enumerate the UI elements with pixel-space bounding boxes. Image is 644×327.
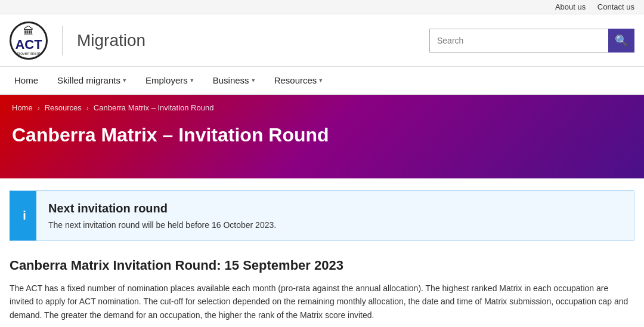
- breadcrumb-resources-link[interactable]: Resources: [45, 103, 82, 112]
- logo-act-text: ACT: [15, 38, 42, 51]
- nav-label-home: Home: [14, 75, 38, 85]
- section-title: Canberra Matrix Invitation Round: 15 Sep…: [10, 258, 634, 273]
- logo-divider: [62, 26, 63, 55]
- breadcrumb-current: Canberra Matrix – Invitation Round: [94, 103, 214, 112]
- info-icon: i: [13, 191, 36, 240]
- main-content: i Next invitation round The next invitat…: [0, 178, 644, 327]
- site-header: 🏛 ACT Government Migration 🔍: [0, 14, 644, 67]
- nav-label-skilled-migrants: Skilled migrants: [57, 75, 120, 85]
- logo-crest-icon: 🏛: [23, 26, 34, 38]
- nav-item-business: Business ▾: [203, 67, 265, 94]
- search-area: 🔍: [429, 29, 634, 53]
- nav-link-home[interactable]: Home: [5, 67, 48, 94]
- chevron-down-icon-business: ▾: [252, 76, 255, 84]
- nav-label-resources: Resources: [274, 75, 317, 85]
- logo-migration-text: Migration: [77, 31, 145, 50]
- nav-item-employers: Employers ▾: [136, 67, 203, 94]
- info-box-content: Next invitation round The next invitatio…: [36, 191, 288, 240]
- search-icon: 🔍: [615, 34, 628, 47]
- search-button[interactable]: 🔍: [608, 29, 634, 53]
- contact-us-link[interactable]: Contact us: [597, 2, 634, 11]
- section-body: The ACT has a fixed number of nomination…: [10, 282, 634, 322]
- breadcrumb-sep-2: ›: [86, 104, 89, 112]
- breadcrumb-sep-1: ›: [38, 104, 40, 112]
- nav-list: Home Skilled migrants ▾ Employers ▾ Busi…: [5, 67, 639, 94]
- info-box-title: Next invitation round: [48, 202, 276, 215]
- logo-circle: 🏛 ACT Government: [10, 21, 48, 60]
- main-nav: Home Skilled migrants ▾ Employers ▾ Busi…: [0, 67, 644, 95]
- chevron-down-icon-resources: ▾: [319, 76, 323, 84]
- nav-item-home: Home: [5, 67, 48, 94]
- breadcrumb-home-link[interactable]: Home: [12, 103, 33, 112]
- nav-link-skilled-migrants[interactable]: Skilled migrants ▾: [48, 67, 136, 94]
- nav-label-business: Business: [213, 75, 249, 85]
- breadcrumb: Home › Resources › Canberra Matrix – Inv…: [12, 95, 632, 119]
- info-i-icon: i: [23, 209, 26, 223]
- info-box: i Next invitation round The next invitat…: [10, 190, 634, 241]
- nav-item-skilled-migrants: Skilled migrants ▾: [48, 67, 136, 94]
- nav-item-resources: Resources ▾: [265, 67, 333, 94]
- nav-link-employers[interactable]: Employers ▾: [136, 67, 203, 94]
- hero-banner: Home › Resources › Canberra Matrix – Inv…: [0, 95, 644, 178]
- logo-gov-text: Government: [17, 51, 41, 55]
- info-box-text: The next invitation round will be held b…: [48, 220, 276, 230]
- chevron-down-icon: ▾: [123, 76, 126, 84]
- about-us-link[interactable]: About us: [555, 2, 586, 11]
- search-input[interactable]: [429, 29, 608, 53]
- utility-bar: About us Contact us: [0, 0, 644, 14]
- nav-link-resources[interactable]: Resources ▾: [265, 67, 333, 94]
- nav-link-business[interactable]: Business ▾: [203, 67, 265, 94]
- page-title: Canberra Matrix – Invitation Round: [12, 124, 632, 146]
- nav-label-employers: Employers: [145, 75, 188, 85]
- chevron-down-icon-employers: ▾: [190, 76, 194, 84]
- logo-area: 🏛 ACT Government Migration: [10, 21, 145, 60]
